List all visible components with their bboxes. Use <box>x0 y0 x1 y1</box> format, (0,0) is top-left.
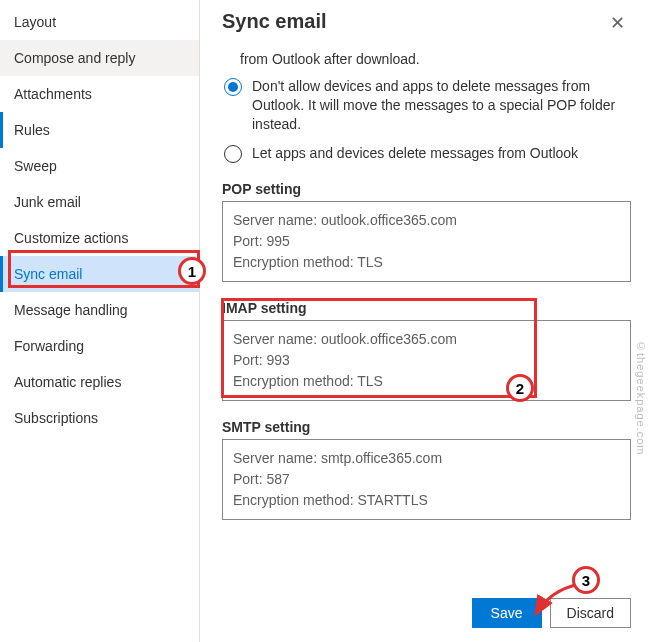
radio-allow-delete[interactable]: Let apps and devices delete messages fro… <box>224 144 631 163</box>
sidebar-item-message-handling[interactable]: Message handling <box>0 292 199 328</box>
sidebar-item-label: Compose and reply <box>14 50 135 66</box>
pop-encryption: TLS <box>357 254 383 270</box>
pop-port: 995 <box>266 233 289 249</box>
sidebar-item-compose-reply[interactable]: Compose and reply <box>0 40 199 76</box>
sidebar-item-label: Junk email <box>14 194 81 210</box>
sidebar-item-label: Message handling <box>14 302 128 318</box>
sidebar-item-automatic-replies[interactable]: Automatic replies <box>0 364 199 400</box>
sidebar-item-label: Rules <box>14 122 50 138</box>
radio-icon <box>224 78 242 96</box>
imap-heading: IMAP setting <box>222 300 631 316</box>
sidebar-item-forwarding[interactable]: Forwarding <box>0 328 199 364</box>
sidebar-item-label: Layout <box>14 14 56 30</box>
smtp-encryption: STARTTLS <box>358 492 428 508</box>
smtp-heading: SMTP setting <box>222 419 631 435</box>
sidebar-item-junk-email[interactable]: Junk email <box>0 184 199 220</box>
sidebar-item-sync-email[interactable]: Sync email <box>0 256 199 292</box>
sidebar-item-sweep[interactable]: Sweep <box>0 148 199 184</box>
close-icon[interactable]: ✕ <box>604 10 631 36</box>
pop-delete-radio-group: Don't allow devices and apps to delete m… <box>224 77 631 163</box>
sidebar-item-label: Attachments <box>14 86 92 102</box>
smtp-port: 587 <box>266 471 289 487</box>
sidebar-item-label: Automatic replies <box>14 374 121 390</box>
sidebar-item-layout[interactable]: Layout <box>0 4 199 40</box>
settings-sidebar: Layout Compose and reply Attachments Rul… <box>0 0 200 642</box>
footer-actions: Save Discard <box>472 598 631 628</box>
rules-indicator <box>0 112 3 148</box>
imap-server: outlook.office365.com <box>321 331 457 347</box>
description-fragment: from Outlook after download. <box>222 51 631 67</box>
sidebar-item-label: Sweep <box>14 158 57 174</box>
sidebar-item-label: Sync email <box>14 266 82 282</box>
sidebar-item-customize-actions[interactable]: Customize actions <box>0 220 199 256</box>
main-panel: Sync email ✕ from Outlook after download… <box>200 0 653 642</box>
sidebar-item-subscriptions[interactable]: Subscriptions <box>0 400 199 436</box>
page-title: Sync email <box>222 10 327 33</box>
sidebar-item-label: Subscriptions <box>14 410 98 426</box>
sidebar-item-rules[interactable]: Rules <box>0 112 199 148</box>
imap-encryption: TLS <box>357 373 383 389</box>
radio-dont-allow-delete[interactable]: Don't allow devices and apps to delete m… <box>224 77 631 134</box>
pop-heading: POP setting <box>222 181 631 197</box>
pop-setting-box: Server name: outlook.office365.com Port:… <box>222 201 631 282</box>
imap-port: 993 <box>266 352 289 368</box>
pop-server: outlook.office365.com <box>321 212 457 228</box>
smtp-setting-box: Server name: smtp.office365.com Port: 58… <box>222 439 631 520</box>
discard-button[interactable]: Discard <box>550 598 631 628</box>
smtp-server: smtp.office365.com <box>321 450 442 466</box>
radio-label: Don't allow devices and apps to delete m… <box>252 77 631 134</box>
sidebar-item-label: Forwarding <box>14 338 84 354</box>
sidebar-item-label: Customize actions <box>14 230 128 246</box>
radio-label: Let apps and devices delete messages fro… <box>252 144 578 163</box>
radio-icon <box>224 145 242 163</box>
save-button[interactable]: Save <box>472 598 542 628</box>
imap-setting-box: Server name: outlook.office365.com Port:… <box>222 320 631 401</box>
sidebar-item-attachments[interactable]: Attachments <box>0 76 199 112</box>
